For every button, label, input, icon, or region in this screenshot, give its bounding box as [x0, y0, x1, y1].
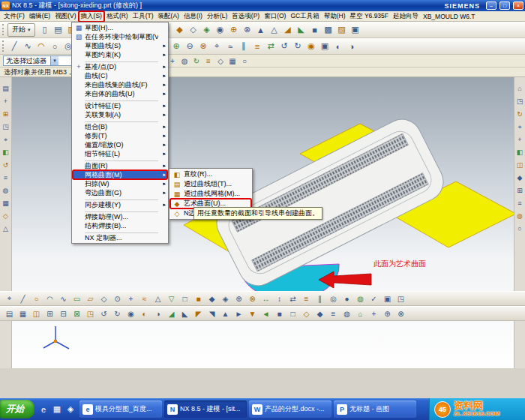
toolbar-icon[interactable]: ◇: [300, 308, 313, 320]
menu-item[interactable]: 文件(F): [2, 11, 27, 22]
toolbar-icon[interactable]: ≡: [250, 40, 264, 53]
toolbar-icon[interactable]: ◠: [44, 292, 56, 304]
toolbar-icon[interactable]: ⇄: [286, 292, 299, 304]
toolbar-icon[interactable]: ╱: [16, 292, 29, 304]
toolbar-icon[interactable]: ⊗: [246, 292, 259, 304]
toolbar-icon[interactable]: ○: [48, 40, 62, 53]
wcs-triad-icon[interactable]: [44, 326, 69, 349]
toolbar-icon[interactable]: ▨: [335, 23, 349, 37]
taskbar-window-button[interactable]: N NX 8.5 - 建模 - [sit...: [164, 400, 247, 418]
quick-launch-icon[interactable]: e: [37, 403, 50, 416]
toolbar-icon[interactable]: ▲: [219, 308, 232, 320]
toolbar-icon[interactable]: ⊗: [394, 308, 407, 320]
quick-launch-icon[interactable]: ◈: [64, 403, 77, 416]
toolbar-icon[interactable]: △: [152, 292, 164, 304]
toolbar-icon[interactable]: ⊗: [241, 23, 254, 37]
dock-tool-icon[interactable]: ↻: [514, 109, 525, 119]
toolbar-icon[interactable]: ◈: [200, 23, 214, 37]
toolbar-icon[interactable]: ↻: [111, 308, 124, 320]
dock-tool-icon[interactable]: ▤: [1, 83, 11, 94]
maximize-button[interactable]: □: [500, 2, 510, 10]
toolbar-icon[interactable]: ≈: [224, 40, 237, 53]
insert-menu-item[interactable]: 草图曲线(S) ▸: [73, 41, 167, 50]
toolbar-icon[interactable]: ◑: [152, 308, 164, 320]
menu-item[interactable]: 窗口(O): [262, 11, 288, 22]
toolbar-icon[interactable]: ■: [192, 292, 205, 304]
taskbar-window-button[interactable]: W 产品的分型.docx -...: [249, 400, 332, 418]
menu-item[interactable]: 装配(A): [156, 11, 182, 22]
toolbar-icon[interactable]: ⊞: [44, 308, 56, 320]
toolbar-icon[interactable]: ◥: [206, 308, 218, 320]
menu-item[interactable]: 分析(L): [205, 11, 230, 22]
toolbar-icon[interactable]: ◎: [327, 292, 340, 304]
toolbar-icon[interactable]: □: [178, 292, 191, 304]
toolbar-icon[interactable]: ■: [273, 308, 286, 320]
dock-tool-icon[interactable]: ◇: [1, 211, 11, 221]
toolbar-icon[interactable]: ∿: [57, 292, 70, 304]
submenu-item[interactable]: ◧ 直纹(R)...: [170, 170, 251, 179]
toolbar-icon[interactable]: ⊙: [111, 292, 124, 304]
toolbar-icon[interactable]: ◇: [187, 23, 200, 37]
menu-item[interactable]: GC工具箱: [288, 11, 321, 22]
toolbar-icon[interactable]: ◢: [165, 308, 178, 320]
submenu-item[interactable]: ▦ 通过曲线网格(M)...: [170, 189, 251, 199]
toolbar-icon[interactable]: ◤: [192, 308, 205, 320]
toolbar-icon[interactable]: ∥: [237, 40, 250, 53]
toolbar-icon[interactable]: ◆: [206, 292, 218, 304]
dock-tool-icon[interactable]: ▦: [1, 198, 11, 208]
toolbar-icon[interactable]: ■: [308, 23, 322, 37]
toolbar-icon[interactable]: ↺: [278, 40, 291, 53]
dock-tool-icon[interactable]: ◧: [1, 147, 11, 158]
toolbar-icon[interactable]: □: [286, 308, 299, 320]
selection-filter-dropdown[interactable]: 无选择过滤器 ▾: [3, 56, 72, 66]
dock-tool-icon[interactable]: +: [514, 134, 525, 145]
toolbar-icon[interactable]: ⊠: [70, 308, 83, 320]
toolbar-icon[interactable]: ◉: [304, 40, 318, 53]
toolbar-icon[interactable]: ⌖: [210, 40, 224, 53]
insert-menu-item[interactable]: 修剪(T) ▸: [73, 131, 167, 140]
dock-tool-icon[interactable]: ◍: [1, 185, 11, 196]
toolbar-icon[interactable]: ▦: [16, 308, 29, 320]
menu-item[interactable]: XB_MOULD W6.T: [421, 12, 477, 21]
toolbar-icon[interactable]: ╱: [8, 40, 21, 53]
toolbar-icon[interactable]: ∿: [21, 40, 34, 53]
toolbar-icon[interactable]: ▲: [254, 23, 268, 37]
toolbar-icon[interactable]: ○: [30, 292, 43, 304]
insert-menu-item[interactable]: 来自体的曲线(U) ▸: [73, 89, 167, 98]
dock-tool-icon[interactable]: ⌖: [1, 134, 11, 145]
snap-point-icon[interactable]: ▦: [226, 56, 238, 67]
toolbar-icon[interactable]: ⊖: [183, 40, 196, 53]
menu-item[interactable]: 首选项(P): [230, 11, 262, 22]
toolbar-icon[interactable]: ⊕: [227, 23, 241, 37]
start-menu-button[interactable]: 开始 ▾: [8, 23, 35, 37]
dock-tool-icon[interactable]: ↺: [1, 160, 11, 170]
toolbar-icon[interactable]: ◆: [314, 308, 326, 320]
insert-menu-item[interactable]: 偏置/缩放(O) ▸: [73, 140, 167, 149]
dock-tool-icon[interactable]: ◍: [514, 211, 525, 221]
menu-item[interactable]: 帮助(H): [322, 11, 348, 22]
toolbar-icon[interactable]: ◉: [124, 308, 137, 320]
insert-menu-item[interactable]: 细节特征(L) ▸: [73, 149, 167, 158]
dock-tool-icon[interactable]: ≡: [1, 172, 11, 183]
insert-menu-item[interactable]: 扫掠(W) ▸: [73, 179, 167, 188]
menu-item[interactable]: 插入(S): [79, 11, 104, 22]
toolbar-icon[interactable]: ◍: [354, 292, 367, 304]
toolbar-icon[interactable]: ▽: [165, 292, 178, 304]
dock-tool-icon[interactable]: +: [1, 96, 11, 106]
insert-menu-item[interactable]: + 基准/点(D) ▸: [73, 62, 167, 71]
toolbar-icon[interactable]: ↻: [291, 40, 304, 53]
dock-tool-icon[interactable]: ⌖: [514, 122, 525, 132]
toolbar-icon[interactable]: ≡: [300, 292, 313, 304]
insert-menu-item[interactable]: 同步建模(Y) ▸: [73, 200, 167, 209]
dock-tool-icon[interactable]: ◫: [514, 160, 525, 170]
toolbar-icon[interactable]: ▣: [318, 40, 332, 53]
insert-menu-item[interactable]: 结构焊接(B)...: [73, 221, 167, 230]
toolbar-icon[interactable]: ⊕: [232, 292, 245, 304]
toolbar-icon[interactable]: ≡: [327, 308, 340, 320]
insert-menu-item[interactable]: 关联复制(A) ▸: [73, 110, 167, 119]
menu-item[interactable]: 视图(V): [52, 11, 78, 22]
submenu-item[interactable]: ▤ 通过曲线组(T)...: [170, 179, 251, 189]
toolbar-icon[interactable]: ◈: [219, 292, 232, 304]
toolbar-icon[interactable]: ⊟: [57, 308, 70, 320]
toolbar-icon[interactable]: ◍: [340, 308, 353, 320]
